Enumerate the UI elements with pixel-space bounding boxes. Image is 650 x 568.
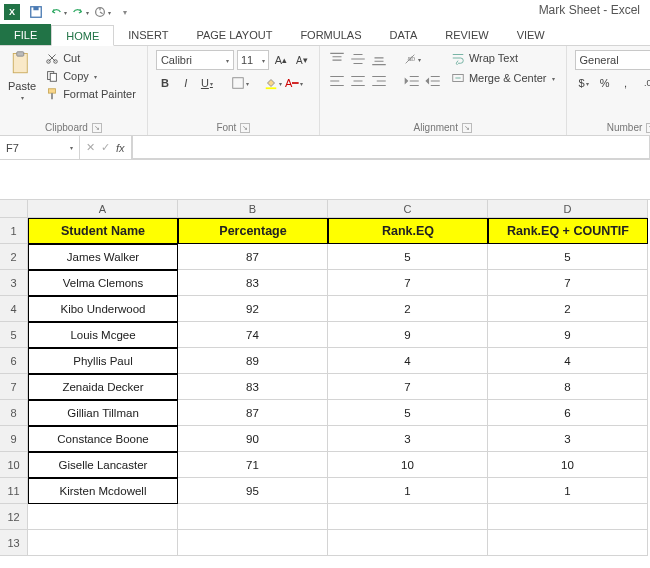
- percent-format-button[interactable]: %: [596, 74, 614, 92]
- col-header-a[interactable]: A: [28, 200, 178, 218]
- font-name-select[interactable]: Calibri▾: [156, 50, 234, 70]
- cell-a2[interactable]: James Walker: [28, 244, 178, 270]
- cell-d9[interactable]: 3: [488, 426, 648, 452]
- cut-button[interactable]: Cut: [42, 50, 139, 66]
- redo-icon[interactable]: ▾: [70, 3, 90, 21]
- align-left-icon[interactable]: [328, 72, 346, 90]
- cell-c2[interactable]: 5: [328, 244, 488, 270]
- bold-button[interactable]: B: [156, 74, 174, 92]
- orientation-icon[interactable]: ab▾: [403, 50, 421, 68]
- font-size-select[interactable]: 11▾: [237, 50, 269, 70]
- cell-b10[interactable]: 71: [178, 452, 328, 478]
- qat-customize-icon[interactable]: ▾: [114, 3, 134, 21]
- cell-d10[interactable]: 10: [488, 452, 648, 478]
- cell-empty-13-0[interactable]: [28, 530, 178, 556]
- wrap-text-button[interactable]: Wrap Text: [448, 50, 558, 66]
- cell-c7[interactable]: 7: [328, 374, 488, 400]
- cell-c11[interactable]: 1: [328, 478, 488, 504]
- cell-a1[interactable]: Student Name: [28, 218, 178, 244]
- cell-b7[interactable]: 83: [178, 374, 328, 400]
- cell-b2[interactable]: 87: [178, 244, 328, 270]
- align-right-icon[interactable]: [370, 72, 388, 90]
- cell-c10[interactable]: 10: [328, 452, 488, 478]
- cell-a4[interactable]: Kibo Underwood: [28, 296, 178, 322]
- merge-center-button[interactable]: Merge & Center▾: [448, 70, 558, 86]
- row-header-2[interactable]: 2: [0, 244, 28, 270]
- cell-a8[interactable]: Gillian Tillman: [28, 400, 178, 426]
- font-color-button[interactable]: A▾: [285, 74, 303, 92]
- decrease-indent-icon[interactable]: [403, 72, 421, 90]
- align-middle-icon[interactable]: [349, 50, 367, 68]
- cell-d2[interactable]: 5: [488, 244, 648, 270]
- row-header-5[interactable]: 5: [0, 322, 28, 348]
- cell-empty-12-1[interactable]: [178, 504, 328, 530]
- cell-b6[interactable]: 89: [178, 348, 328, 374]
- cell-empty-12-0[interactable]: [28, 504, 178, 530]
- cell-a10[interactable]: Giselle Lancaster: [28, 452, 178, 478]
- formula-bar[interactable]: [132, 135, 650, 159]
- cell-b4[interactable]: 92: [178, 296, 328, 322]
- tab-insert[interactable]: INSERT: [114, 24, 182, 45]
- cell-d11[interactable]: 1: [488, 478, 648, 504]
- cell-b8[interactable]: 87: [178, 400, 328, 426]
- tab-home[interactable]: HOME: [51, 25, 114, 46]
- fx-icon[interactable]: fx: [116, 142, 125, 154]
- align-top-icon[interactable]: [328, 50, 346, 68]
- increase-indent-icon[interactable]: [424, 72, 442, 90]
- cell-c6[interactable]: 4: [328, 348, 488, 374]
- comma-format-button[interactable]: ,: [617, 74, 635, 92]
- row-header-10[interactable]: 10: [0, 452, 28, 478]
- undo-icon[interactable]: ▾: [48, 3, 68, 21]
- cell-c3[interactable]: 7: [328, 270, 488, 296]
- cancel-formula-icon[interactable]: ✕: [86, 141, 95, 154]
- col-header-c[interactable]: C: [328, 200, 488, 218]
- col-header-d[interactable]: D: [488, 200, 648, 218]
- select-all-corner[interactable]: [0, 200, 28, 218]
- cell-empty-13-1[interactable]: [178, 530, 328, 556]
- paste-button[interactable]: Paste ▾: [8, 50, 36, 120]
- name-box[interactable]: F7▾: [0, 136, 80, 159]
- enter-formula-icon[interactable]: ✓: [101, 141, 110, 154]
- cell-c4[interactable]: 2: [328, 296, 488, 322]
- cell-c8[interactable]: 5: [328, 400, 488, 426]
- increase-font-icon[interactable]: A▴: [272, 51, 290, 69]
- row-header-4[interactable]: 4: [0, 296, 28, 322]
- cell-b9[interactable]: 90: [178, 426, 328, 452]
- alignment-dialog-icon[interactable]: ↘: [462, 123, 472, 133]
- cell-a7[interactable]: Zenaida Decker: [28, 374, 178, 400]
- tab-formulas[interactable]: FORMULAS: [286, 24, 375, 45]
- row-header-13[interactable]: 13: [0, 530, 28, 556]
- tab-review[interactable]: REVIEW: [431, 24, 502, 45]
- cell-a6[interactable]: Phyllis Paul: [28, 348, 178, 374]
- format-painter-button[interactable]: Format Painter: [42, 86, 139, 102]
- cell-a11[interactable]: Kirsten Mcdowell: [28, 478, 178, 504]
- copy-button[interactable]: Copy▾: [42, 68, 139, 84]
- row-header-1[interactable]: 1: [0, 218, 28, 244]
- cell-empty-12-2[interactable]: [328, 504, 488, 530]
- tab-file[interactable]: FILE: [0, 24, 51, 45]
- tab-data[interactable]: DATA: [376, 24, 432, 45]
- cell-d4[interactable]: 2: [488, 296, 648, 322]
- worksheet-grid[interactable]: A B C D 1 Student Name Percentage Rank.E…: [0, 200, 650, 556]
- cell-b3[interactable]: 83: [178, 270, 328, 296]
- fill-color-button[interactable]: ▾: [264, 74, 282, 92]
- cell-d8[interactable]: 6: [488, 400, 648, 426]
- decrease-font-icon[interactable]: A▾: [293, 51, 311, 69]
- save-icon[interactable]: [26, 3, 46, 21]
- row-header-8[interactable]: 8: [0, 400, 28, 426]
- border-button[interactable]: ▾: [231, 74, 249, 92]
- row-header-12[interactable]: 12: [0, 504, 28, 530]
- cell-a5[interactable]: Louis Mcgee: [28, 322, 178, 348]
- number-dialog-icon[interactable]: ↘: [646, 123, 650, 133]
- cell-d1[interactable]: Rank.EQ + COUNTIF: [488, 218, 648, 244]
- italic-button[interactable]: I: [177, 74, 195, 92]
- cell-c5[interactable]: 9: [328, 322, 488, 348]
- cell-empty-13-2[interactable]: [328, 530, 488, 556]
- font-dialog-icon[interactable]: ↘: [240, 123, 250, 133]
- cell-b1[interactable]: Percentage: [178, 218, 328, 244]
- align-center-icon[interactable]: [349, 72, 367, 90]
- col-header-b[interactable]: B: [178, 200, 328, 218]
- align-bottom-icon[interactable]: [370, 50, 388, 68]
- cell-c1[interactable]: Rank.EQ: [328, 218, 488, 244]
- cell-d5[interactable]: 9: [488, 322, 648, 348]
